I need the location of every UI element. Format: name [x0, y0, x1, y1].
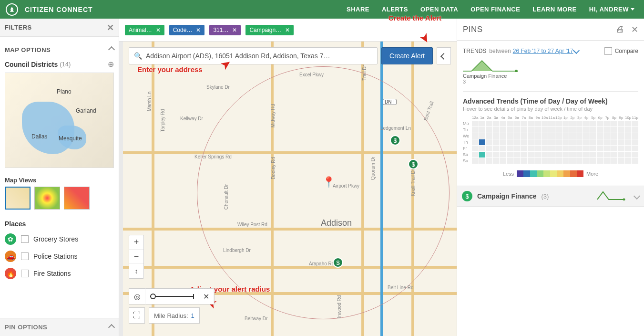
heatmap-cell[interactable] — [542, 152, 548, 158]
heatmap-cell[interactable] — [632, 139, 638, 145]
heatmap-cell[interactable] — [472, 158, 479, 164]
heatmap-cell[interactable] — [548, 146, 555, 151]
heatmap-cell[interactable] — [521, 146, 527, 151]
heatmap-cell[interactable] — [472, 139, 479, 145]
heatmap-cell[interactable] — [569, 139, 576, 145]
heatmap-cell[interactable] — [534, 139, 541, 145]
heatmap-cell[interactable] — [604, 152, 611, 158]
heatmap-cell[interactable] — [507, 139, 513, 145]
heatmap-cell[interactable] — [625, 133, 632, 139]
heatmap-cell[interactable] — [618, 133, 624, 139]
map-view-thumb-3[interactable] — [64, 187, 90, 210]
heatmap-cell[interactable] — [555, 139, 562, 145]
heatmap-cell[interactable] — [548, 133, 555, 139]
heatmap-cell[interactable] — [576, 133, 583, 139]
heatmap-cell[interactable] — [500, 133, 506, 139]
heatmap-cell[interactable] — [562, 139, 569, 145]
heatmap-cell[interactable] — [534, 121, 541, 126]
heatmap-cell[interactable] — [618, 152, 624, 158]
heatmap-cell[interactable] — [590, 121, 597, 126]
heatmap-cell[interactable] — [507, 133, 513, 139]
heatmap-cell[interactable] — [562, 127, 569, 133]
heatmap-cell[interactable] — [625, 127, 632, 133]
heatmap-cell[interactable] — [528, 133, 534, 139]
nav-open-data[interactable]: OPEN DATA — [420, 6, 458, 13]
heatmap-cell[interactable] — [534, 146, 541, 151]
heatmap-cell[interactable] — [472, 121, 479, 126]
heatmap-cell[interactable] — [507, 121, 513, 126]
filter-tag-code[interactable]: Code…✕ — [169, 25, 205, 35]
heatmap-cell[interactable] — [521, 133, 527, 139]
heatmap-cell[interactable] — [486, 133, 492, 139]
heatmap-cell[interactable] — [513, 158, 520, 164]
clear-radius-button[interactable]: ✕ — [198, 288, 214, 304]
filter-tag-animal[interactable]: Animal…✕ — [125, 25, 164, 35]
pin-options-header[interactable]: PIN OPTIONS — [0, 318, 119, 336]
heatmap-cell[interactable] — [548, 158, 555, 164]
heatmap-cell[interactable] — [583, 158, 590, 164]
place-checkbox[interactable] — [21, 252, 29, 260]
heatmap-cell[interactable] — [583, 127, 590, 133]
heatmap-cell[interactable] — [597, 133, 603, 139]
heatmap-cell[interactable] — [500, 158, 506, 164]
heatmap-cell[interactable] — [632, 121, 638, 126]
heatmap-cell[interactable] — [548, 152, 555, 158]
close-icon[interactable]: ✕ — [285, 27, 290, 33]
heatmap-cell[interactable] — [583, 121, 590, 126]
heatmap-cell[interactable] — [507, 158, 513, 164]
heatmap-cell[interactable] — [590, 139, 597, 145]
create-alert-button[interactable]: Create Alert — [381, 47, 433, 64]
heatmap-cell[interactable] — [479, 139, 486, 145]
slider-knob[interactable] — [150, 294, 156, 299]
heatmap-cell[interactable] — [555, 121, 562, 126]
heatmap-cell[interactable] — [569, 121, 576, 126]
heatmap-cell[interactable] — [590, 127, 597, 133]
heatmap-cell[interactable] — [548, 139, 555, 145]
heatmap-cell[interactable] — [486, 127, 492, 133]
heatmap-cell[interactable] — [590, 146, 597, 151]
heatmap-cell[interactable] — [562, 133, 569, 139]
place-checkbox[interactable] — [21, 235, 29, 243]
heatmap-cell[interactable] — [555, 158, 562, 164]
heatmap-cell[interactable] — [513, 127, 520, 133]
heatmap-cell[interactable] — [590, 152, 597, 158]
print-icon[interactable]: 🖨 — [616, 24, 624, 35]
heatmap-cell[interactable] — [507, 152, 513, 158]
heatmap-cell[interactable] — [479, 127, 486, 133]
heatmap-cell[interactable] — [632, 127, 638, 133]
heatmap-cell[interactable] — [604, 133, 611, 139]
heatmap-cell[interactable] — [534, 158, 541, 164]
heatmap-cell[interactable] — [500, 127, 506, 133]
heatmap-cell[interactable] — [597, 152, 603, 158]
heatmap-cell[interactable] — [542, 133, 548, 139]
heatmap-cell[interactable] — [625, 158, 632, 164]
heatmap-cell[interactable] — [500, 146, 506, 151]
heatmap-cell[interactable] — [493, 158, 500, 164]
map-view-thumb-1[interactable] — [5, 187, 31, 210]
heatmap-cell[interactable] — [528, 152, 534, 158]
nav-share[interactable]: SHARE — [347, 6, 369, 13]
heatmap-cell[interactable] — [569, 133, 576, 139]
heatmap-cell[interactable] — [555, 127, 562, 133]
heatmap-cell[interactable] — [479, 146, 486, 151]
heatmap-cell[interactable] — [486, 152, 492, 158]
heatmap-cell[interactable] — [604, 158, 611, 164]
map-pin-dollar-icon[interactable]: $ — [333, 257, 343, 268]
heatmap-cell[interactable] — [576, 146, 583, 151]
heatmap-cell[interactable] — [611, 158, 618, 164]
heatmap-cell[interactable] — [479, 133, 486, 139]
close-icon[interactable]: ✕ — [196, 27, 201, 33]
zoom-in-button[interactable]: + — [129, 235, 143, 250]
heatmap-cell[interactable] — [493, 121, 500, 126]
heatmap-cell[interactable] — [618, 146, 624, 151]
heatmap-cell[interactable] — [625, 121, 632, 126]
heatmap-cell[interactable] — [521, 158, 527, 164]
heatmap-cell[interactable] — [479, 121, 486, 126]
heatmap-cell[interactable] — [542, 121, 548, 126]
nav-alerts[interactable]: ALERTS — [382, 6, 408, 13]
heatmap-cell[interactable] — [472, 152, 479, 158]
heatmap-cell[interactable] — [486, 139, 492, 145]
date-range-link[interactable]: 26 Feb '17 to 27 Apr '17 — [513, 48, 573, 54]
close-icon[interactable]: ✕ — [631, 24, 638, 35]
heatmap-cell[interactable] — [493, 139, 500, 145]
